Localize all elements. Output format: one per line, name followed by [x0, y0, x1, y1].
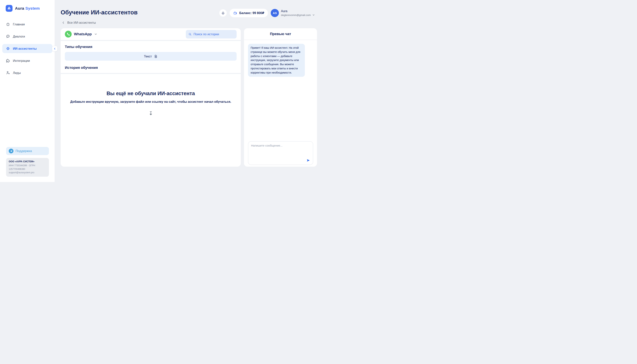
sidebar-item-home[interactable]: Главная: [2, 20, 52, 29]
document-icon: [154, 54, 158, 58]
empty-state-subtitle: Добавьте инструкции вручную, загрузите ф…: [70, 100, 231, 104]
balance-button[interactable]: Баланс: 99 800₽: [230, 9, 268, 17]
history-search-input[interactable]: [194, 32, 234, 36]
user-email: degterevsmm@gmail.com: [281, 14, 311, 16]
sidebar-item-dialogs[interactable]: Диалоги: [2, 32, 52, 41]
sidebar-nav: Главная Диалоги ИИ-ассистенты: [2, 20, 52, 77]
breadcrumb-back-link[interactable]: Все ИИ-ассистенты: [62, 21, 96, 24]
puzzle-icon: [6, 58, 10, 63]
text-button-label: Текст: [144, 54, 152, 58]
company-name: ООО «АУРА СИСТЕМ»: [9, 160, 46, 163]
wallet-icon: [233, 11, 237, 15]
channel-select[interactable]: WhatsApp: [65, 31, 98, 38]
telegram-icon: [9, 149, 14, 153]
training-types-heading: Типы обучения: [65, 45, 236, 49]
support-label: Поддержка: [16, 149, 32, 153]
company-email: support@aurasystem.pro: [9, 171, 46, 174]
sidebar-item-integrations[interactable]: Интеграции: [2, 56, 52, 65]
bell-icon: [221, 11, 225, 15]
sidebar: Aura System Главная Диалоги: [0, 0, 54, 182]
sidebar-item-label: Главная: [13, 22, 25, 26]
sidebar-item-ai-assistants[interactable]: ИИ-ассистенты: [2, 44, 52, 53]
support-button[interactable]: Поддержка: [6, 147, 49, 155]
message-input-box: [248, 141, 313, 165]
home-icon: [6, 22, 10, 26]
chat-preview-panel: Превью чат Привет! Я ваш ИИ-ассистент. Н…: [244, 28, 317, 167]
whatsapp-icon: [65, 31, 72, 38]
training-history-heading: История обучения: [65, 66, 236, 70]
history-search[interactable]: [186, 30, 236, 38]
topbar: Баланс: 99 800₽ AS Aura degterevsmm@gmai…: [219, 9, 315, 17]
sidebar-item-label: Диалоги: [13, 35, 25, 38]
balance-label: Баланс: 99 800₽: [239, 11, 264, 15]
chevron-left-icon: [53, 47, 56, 50]
chevron-back-icon: [62, 21, 65, 24]
assistant-message-bubble: Привет! Я ваш ИИ-ассистент. На этой стра…: [248, 44, 305, 77]
brand-name: Aura System: [15, 6, 40, 10]
sidebar-item-leads[interactable]: Лиды: [2, 68, 52, 77]
channel-name: WhatsApp: [74, 32, 92, 36]
import-download-icon: [148, 111, 153, 116]
sidebar-item-label: ИИ-ассистенты: [13, 47, 36, 50]
sidebar-item-label: Интеграции: [13, 59, 30, 62]
preview-title: Превью чат: [244, 28, 317, 40]
breadcrumb-label: Все ИИ-ассистенты: [67, 21, 96, 24]
empty-state-title: Вы ещё не обучали ИИ-ассистента: [106, 90, 195, 96]
chip-icon: [6, 46, 10, 50]
training-card: WhatsApp Типы обучения Текст История обу…: [61, 28, 241, 167]
company-registration: ИНН 7730344399 · ОГРН 1257700496360: [9, 164, 46, 171]
message-input[interactable]: [248, 142, 313, 158]
training-empty-state: Вы ещё не обучали ИИ-ассистента Добавьте…: [61, 74, 241, 167]
aura-logo-icon: [6, 5, 12, 12]
sidebar-item-label: Лиды: [13, 71, 21, 75]
company-footer: ООО «АУРА СИСТЕМ» ИНН 7730344399 · ОГРН …: [6, 158, 49, 177]
brand-logo: Aura System: [0, 0, 54, 12]
user-name: Aura: [281, 10, 315, 13]
send-icon: [306, 158, 310, 162]
sidebar-collapse-button[interactable]: [52, 46, 58, 52]
text-training-button[interactable]: Текст: [65, 52, 236, 61]
notifications-button[interactable]: [219, 9, 227, 17]
search-icon: [188, 32, 192, 36]
chevron-down-icon: [94, 32, 98, 36]
dialogs-icon: [6, 34, 10, 38]
user-plus-icon: [6, 71, 10, 75]
avatar: AS: [271, 9, 279, 17]
page-title: Обучение ИИ-ассистентов: [61, 9, 138, 16]
send-button[interactable]: [306, 158, 310, 162]
chevron-down-icon: [312, 14, 315, 16]
user-menu[interactable]: AS Aura degterevsmm@gmail.com: [271, 9, 315, 17]
